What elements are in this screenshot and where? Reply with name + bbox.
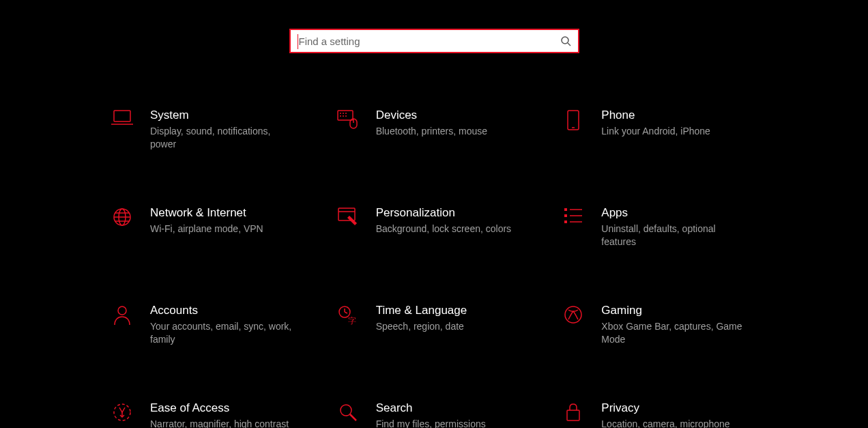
tile-desc: Bluetooth, printers, mouse (376, 125, 519, 138)
tile-desc: Narrator, magnifier, high contrast (150, 418, 293, 428)
keyboard-mouse-icon (335, 108, 361, 130)
tile-time-language[interactable]: 字 Time & Language Speech, region, date (335, 303, 534, 346)
tile-title: Accounts (150, 303, 308, 318)
tile-search[interactable]: Search Find my files, permissions (335, 401, 534, 428)
tile-title: Devices (376, 108, 534, 123)
svg-rect-13 (568, 111, 579, 130)
tile-network[interactable]: Network & Internet Wi-Fi, airplane mode,… (109, 205, 308, 248)
text-cursor (298, 34, 298, 49)
ease-of-access-icon (109, 401, 135, 423)
person-icon (109, 303, 135, 326)
svg-point-33 (565, 306, 581, 323)
tile-title: Search (376, 401, 534, 416)
tile-title: Time & Language (376, 303, 534, 318)
tile-title: Privacy (601, 401, 759, 416)
clock-language-icon: 字 (335, 303, 361, 326)
tile-desc: Background, lock screen, colors (376, 223, 519, 236)
search-input[interactable] (291, 30, 553, 52)
paintbrush-icon (335, 205, 361, 226)
settings-grid: System Display, sound, notifications, po… (0, 108, 868, 428)
search-box[interactable] (289, 29, 579, 53)
phone-icon (560, 108, 586, 131)
tile-title: Gaming (601, 303, 759, 318)
tile-devices[interactable]: Devices Bluetooth, printers, mouse (335, 108, 534, 151)
svg-rect-4 (338, 111, 353, 120)
svg-rect-37 (567, 410, 579, 420)
svg-point-35 (341, 405, 351, 416)
list-icon (560, 205, 586, 225)
svg-line-1 (568, 43, 570, 46)
tile-ease-of-access[interactable]: Ease of Access Narrator, magnifier, high… (109, 401, 308, 428)
tile-desc: Speech, region, date (376, 320, 519, 333)
svg-rect-22 (564, 208, 567, 211)
tile-desc: Location, camera, microphone (601, 418, 744, 428)
tile-desc: Xbox Game Bar, captures, Game Mode (601, 320, 744, 346)
tile-system[interactable]: System Display, sound, notifications, po… (109, 108, 308, 151)
tile-title: Phone (601, 108, 759, 123)
tile-desc: Find my files, permissions (376, 418, 519, 428)
tile-accounts[interactable]: Accounts Your accounts, email, sync, wor… (109, 303, 308, 346)
laptop-icon (109, 108, 135, 127)
tile-privacy[interactable]: Privacy Location, camera, microphone (560, 401, 759, 428)
svg-point-28 (118, 306, 126, 315)
svg-text:字: 字 (348, 316, 356, 326)
tile-desc: Your accounts, email, sync, work, family (150, 320, 293, 346)
tile-desc: Link your Android, iPhone (601, 125, 744, 138)
tile-title: Apps (601, 205, 759, 220)
svg-rect-2 (114, 111, 130, 122)
tile-title: Ease of Access (150, 401, 308, 416)
magnifier-icon (335, 401, 361, 423)
svg-rect-26 (564, 220, 567, 223)
svg-rect-24 (564, 214, 567, 217)
tile-apps[interactable]: Apps Uninstall, defaults, optional featu… (560, 205, 759, 248)
tile-title: Network & Internet (150, 205, 308, 220)
globe-icon (109, 205, 135, 227)
svg-line-36 (350, 414, 356, 420)
tile-desc: Wi-Fi, airplane mode, VPN (150, 223, 293, 236)
xbox-icon (560, 303, 586, 325)
tile-desc: Uninstall, defaults, optional features (601, 223, 744, 248)
tile-desc: Display, sound, notifications, power (150, 125, 293, 151)
tile-phone[interactable]: Phone Link your Android, iPhone (560, 108, 759, 151)
tile-title: System (150, 108, 308, 123)
svg-rect-20 (338, 208, 355, 220)
search-area (0, 0, 868, 53)
tile-personalization[interactable]: Personalization Background, lock screen,… (335, 205, 534, 248)
tile-title: Personalization (376, 205, 534, 220)
svg-line-31 (345, 312, 347, 313)
svg-point-0 (562, 37, 568, 44)
search-icon[interactable] (553, 35, 578, 46)
lock-icon (560, 401, 586, 423)
tile-gaming[interactable]: Gaming Xbox Game Bar, captures, Game Mod… (560, 303, 759, 346)
